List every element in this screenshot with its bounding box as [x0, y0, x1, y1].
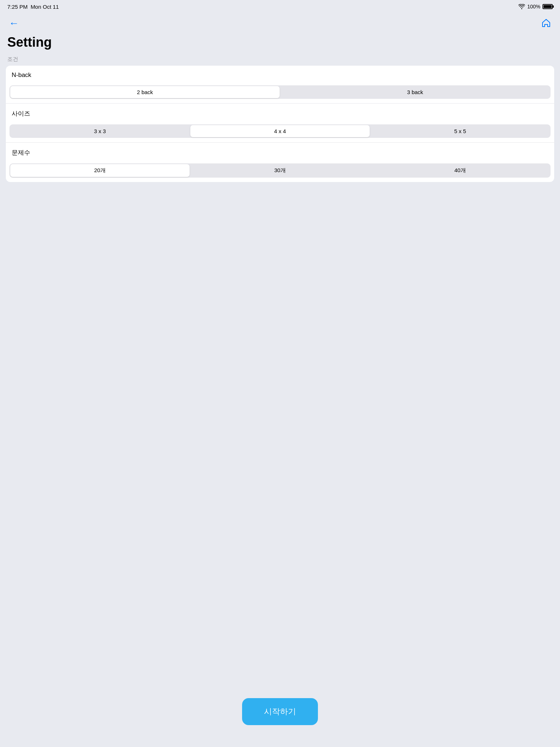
status-right: 100% — [518, 4, 553, 9]
battery-icon — [542, 4, 553, 9]
nav-bar: ← — [0, 13, 560, 33]
size-option-1[interactable]: 4 x 4 — [190, 125, 370, 137]
nback-option-1[interactable]: 3 back — [280, 86, 550, 98]
home-icon — [541, 18, 551, 28]
start-button-container: 시작하기 — [242, 698, 318, 725]
size-segmented-control: 3 x 3 4 x 4 5 x 5 — [9, 124, 551, 138]
home-button[interactable] — [540, 16, 553, 30]
size-title: 사이즈 — [6, 104, 554, 121]
count-title: 문제수 — [6, 143, 554, 160]
status-date: Mon Oct 11 — [31, 4, 59, 10]
size-option-2[interactable]: 5 x 5 — [370, 125, 550, 137]
nback-segmented-control: 2 back 3 back — [9, 85, 551, 99]
size-option-0[interactable]: 3 x 3 — [10, 125, 190, 137]
nback-segment-container: 2 back 3 back — [6, 82, 554, 103]
wifi-icon — [518, 4, 525, 9]
count-option-2[interactable]: 40개 — [370, 164, 550, 177]
count-segmented-control: 20개 30개 40개 — [9, 163, 551, 178]
count-option-1[interactable]: 30개 — [190, 164, 370, 177]
back-arrow-icon: ← — [9, 18, 19, 28]
nback-option-0[interactable]: 2 back — [10, 86, 280, 98]
condition-label: 조건 — [0, 56, 560, 66]
back-button[interactable]: ← — [7, 17, 20, 30]
nback-section: N-back 2 back 3 back — [6, 66, 554, 103]
count-option-0[interactable]: 20개 — [10, 164, 190, 177]
status-bar: 7:25 PM Mon Oct 11 100% — [0, 0, 560, 13]
size-section: 사이즈 3 x 3 4 x 4 5 x 5 — [6, 104, 554, 142]
nback-title: N-back — [6, 66, 554, 82]
count-section: 문제수 20개 30개 40개 — [6, 143, 554, 182]
status-time: 7:25 PM — [7, 4, 28, 10]
count-segment-container: 20개 30개 40개 — [6, 160, 554, 182]
battery-percent: 100% — [527, 4, 540, 9]
start-button[interactable]: 시작하기 — [242, 698, 318, 725]
size-segment-container: 3 x 3 4 x 4 5 x 5 — [6, 121, 554, 142]
settings-panel: N-back 2 back 3 back 사이즈 3 x 3 4 x 4 5 x… — [6, 66, 554, 182]
page-title: Setting — [0, 33, 560, 56]
